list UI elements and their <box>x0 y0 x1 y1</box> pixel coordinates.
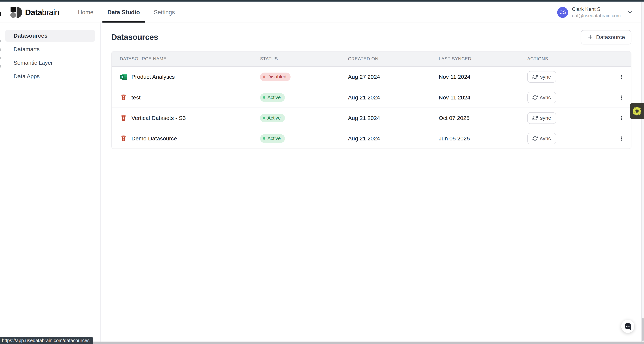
column-header: DATASOURCE NAME <box>112 56 260 61</box>
primary-nav: Home Data Studio Settings <box>71 2 182 22</box>
last-synced: Nov 11 2024 <box>439 74 527 80</box>
avatar: CS <box>557 7 568 18</box>
left-edge-artifact <box>0 40 0 42</box>
column-header: ACTIONS <box>527 56 612 61</box>
window-top-strip <box>0 0 644 2</box>
sidebar-item-semantic-layer[interactable]: Semantic Layer <box>5 57 95 69</box>
chevron-down-icon <box>627 9 633 15</box>
table-row[interactable]: Demo Datasource Active Aug 21 2024 Jun 0… <box>112 128 631 149</box>
table-row[interactable]: test Active Aug 21 2024 Nov 11 2024 sync <box>112 87 631 108</box>
refresh-icon <box>532 115 538 121</box>
sync-button[interactable]: sync <box>527 71 556 83</box>
kebab-icon <box>618 136 624 141</box>
left-edge-artifact <box>0 57 0 59</box>
sidebar-item-data-apps[interactable]: Data Apps <box>5 70 95 82</box>
last-synced: Jun 05 2025 <box>439 135 527 142</box>
left-edge-artifact <box>0 48 0 51</box>
refresh-icon <box>532 136 538 141</box>
refresh-icon <box>532 95 538 100</box>
aws-datasource-icon <box>120 94 127 101</box>
aws-datasource-icon <box>120 135 127 142</box>
status-badge: Disabled <box>260 73 290 81</box>
scrollbar-track[interactable] <box>641 2 644 342</box>
created-on: Aug 21 2024 <box>348 94 439 101</box>
nav-home[interactable]: Home <box>73 2 98 22</box>
sync-button[interactable]: sync <box>527 112 556 124</box>
column-header: CREATED ON <box>348 56 439 61</box>
app-header: Databrain Home Data Studio Settings CS C… <box>0 2 644 23</box>
svg-text:X: X <box>121 75 123 79</box>
kebab-menu-button[interactable] <box>618 134 625 143</box>
app-window: Databrain Home Data Studio Settings CS C… <box>0 0 644 344</box>
brand-logo[interactable]: Databrain <box>0 2 59 22</box>
sync-button[interactable]: sync <box>527 133 556 144</box>
page-title: Datasources <box>111 33 158 42</box>
browser-status-url: https://app.usedatabrain.com/datasources <box>0 337 93 344</box>
user-menu[interactable]: CS Clark Kent S uat@usedatabrain.com <box>557 2 633 22</box>
kebab-menu-button[interactable] <box>618 93 625 102</box>
datasource-name: Demo Datasource <box>132 135 177 142</box>
datasource-name: Product Analytics <box>132 74 175 80</box>
status-badge: Active <box>260 134 285 143</box>
table-header-row: DATASOURCE NAME STATUS CREATED ON LAST S… <box>112 51 631 67</box>
chat-launcher-button[interactable] <box>621 320 634 333</box>
datasource-name: test <box>132 94 140 101</box>
left-edge-artifact <box>0 65 0 67</box>
status-badge: Active <box>260 93 285 102</box>
main-content: Datasources Datasource DATASOURCE NAME S… <box>100 23 644 344</box>
kebab-icon <box>618 115 624 121</box>
extension-asterisk-button[interactable] <box>630 103 644 119</box>
aws-datasource-icon <box>120 114 127 122</box>
nav-settings[interactable]: Settings <box>149 2 180 22</box>
column-header: LAST SYNCED <box>439 56 527 61</box>
sidebar-item-datasources[interactable]: Datasources <box>5 30 95 42</box>
last-synced: Nov 11 2024 <box>439 94 527 101</box>
user-name: Clark Kent S <box>572 6 621 12</box>
datasource-name: Vertical Datasets - S3 <box>132 115 186 121</box>
asterisk-icon <box>632 106 642 116</box>
created-on: Aug 21 2024 <box>348 115 439 121</box>
sync-button[interactable]: sync <box>527 92 556 103</box>
chat-bubble-icon <box>624 322 632 331</box>
brand-name: Databrain <box>25 8 59 17</box>
last-synced: Oct 07 2025 <box>439 115 527 121</box>
left-edge-artifact <box>0 12 1 16</box>
kebab-menu-button[interactable] <box>618 114 625 123</box>
status-badge: Active <box>260 114 285 122</box>
kebab-icon <box>618 95 624 100</box>
excel-icon: X <box>120 73 127 81</box>
table-row[interactable]: Vertical Datasets - S3 Active Aug 21 202… <box>112 108 631 128</box>
add-datasource-button[interactable]: Datasource <box>581 30 632 44</box>
created-on: Aug 21 2024 <box>348 135 439 142</box>
created-on: Aug 27 2024 <box>348 74 439 80</box>
scrollbar-thumb[interactable] <box>642 318 644 341</box>
databrain-logo-icon <box>10 6 22 18</box>
kebab-menu-button[interactable] <box>618 72 625 81</box>
column-header: STATUS <box>260 56 348 61</box>
window-bottom-edge <box>0 342 644 344</box>
nav-data-studio[interactable]: Data Studio <box>102 2 144 22</box>
refresh-icon <box>532 74 538 79</box>
plus-icon <box>587 34 594 40</box>
sidebar-item-datamarts[interactable]: Datamarts <box>5 43 95 55</box>
kebab-icon <box>618 74 624 80</box>
user-email: uat@usedatabrain.com <box>572 13 621 18</box>
datasources-table: DATASOURCE NAME STATUS CREATED ON LAST S… <box>111 51 632 149</box>
sidebar: Datasources Datamarts Semantic Layer Dat… <box>0 23 100 344</box>
table-row[interactable]: X Product Analytics Disabled Aug 27 2024… <box>112 67 631 87</box>
